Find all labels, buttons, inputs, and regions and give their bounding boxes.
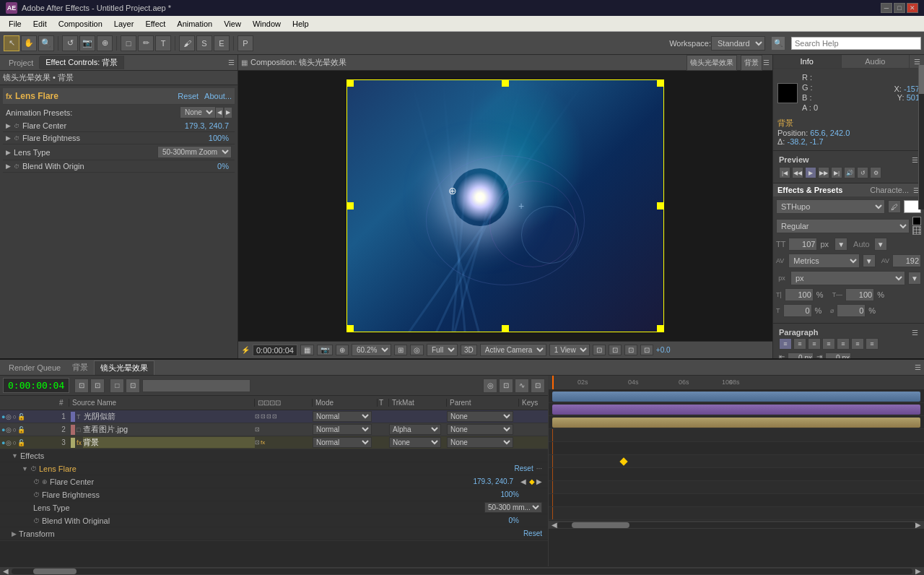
view-select[interactable]: 1 View	[549, 344, 590, 356]
timeline-hscrollbar[interactable]: ◀ ▶	[0, 566, 924, 575]
flare-center-value[interactable]: 179.3, 240.7	[185, 121, 229, 130]
menu-file[interactable]: File	[3, 18, 27, 30]
character-tab[interactable]: Characte...	[870, 186, 909, 194]
rotation-value-input[interactable]	[837, 304, 866, 317]
align-right-btn[interactable]: ≡	[808, 338, 821, 350]
timeline-scrollbar[interactable]: ◀ ▶	[549, 520, 924, 529]
indent-right-input[interactable]	[825, 353, 851, 358]
handle-mid-left[interactable]	[346, 202, 354, 209]
layer-3-trkmat-select[interactable]: None	[389, 437, 441, 448]
size-down-btn[interactable]: ▼	[834, 238, 847, 251]
scroll-track[interactable]	[557, 522, 915, 528]
flare-brightness-stopwatch[interactable]: ⏱	[33, 491, 40, 498]
comp-tab-2[interactable]: 背景	[741, 55, 762, 71]
flare-brightness-stopwatch[interactable]: ⏱	[14, 135, 19, 142]
zoom-select[interactable]: 60.2%	[352, 344, 391, 356]
layer-3-color[interactable]	[71, 438, 75, 448]
baseline-input[interactable]	[783, 304, 812, 317]
handle-mid-right[interactable]	[657, 202, 664, 209]
audio-btn[interactable]: 🔊	[844, 167, 855, 178]
blend-twirl[interactable]: ▶	[6, 163, 11, 170]
tl-motion-blur[interactable]: ◎	[483, 379, 497, 393]
menu-window[interactable]: Window	[247, 18, 287, 30]
layer-3-visible[interactable]: ●	[1, 439, 5, 446]
track-3-bar[interactable]	[552, 418, 920, 428]
layer-1-lock[interactable]: 🔓	[17, 413, 25, 420]
scroll-right-btn[interactable]: ▶	[915, 521, 921, 529]
left-scroll-thumb[interactable]	[919, 65, 924, 94]
layer-2-parent-select[interactable]: None	[447, 424, 513, 435]
layer-2-visible[interactable]: ●	[1, 426, 5, 433]
timeline-time-display[interactable]: 0:00:00:04	[3, 378, 69, 393]
presets-select[interactable]: None	[180, 106, 216, 118]
close-button[interactable]: ✕	[907, 3, 918, 13]
comp-menu-icon[interactable]: ☰	[763, 59, 770, 66]
anim-prev[interactable]: ◀	[216, 108, 223, 118]
menu-layer[interactable]: Layer	[108, 18, 140, 30]
comp-3d-btn[interactable]: 3D	[461, 345, 477, 355]
layer-2-mode-select[interactable]: Normal	[313, 424, 372, 435]
layer-1-audio[interactable]: ◎	[6, 413, 12, 420]
hand-tool[interactable]: ✋	[21, 35, 37, 51]
flare-center-stopwatch[interactable]: ⏱	[14, 123, 19, 129]
align-center-btn[interactable]: ≡	[793, 338, 806, 350]
transform-twirl[interactable]: ▶	[12, 530, 17, 537]
comp-flow-btn[interactable]: ⊡	[624, 345, 637, 355]
quality-select[interactable]: Full	[427, 344, 458, 356]
menu-edit[interactable]: Edit	[27, 18, 53, 30]
preview-settings-btn[interactable]: ⚙	[870, 167, 881, 178]
minimize-button[interactable]: ─	[881, 3, 892, 13]
timeline-menu[interactable]: ☰	[915, 363, 921, 371]
camera-select[interactable]: Active Camera	[480, 344, 546, 356]
tl-graph-editor[interactable]: ∿	[515, 379, 529, 393]
layer-1-sw3[interactable]: ⊡	[266, 413, 271, 420]
track-1-bar[interactable]	[552, 392, 920, 402]
scroll-thumb[interactable]	[572, 522, 629, 528]
composition-canvas[interactable]: ⊕ +	[238, 71, 772, 341]
goto-start-btn[interactable]: |◀	[779, 167, 790, 178]
blend-stopwatch[interactable]: ⏱	[14, 163, 19, 170]
text-tool[interactable]: T	[155, 35, 171, 51]
flare-center-keyframe[interactable]: ◆	[529, 477, 535, 485]
layer-3-fx-switch[interactable]: fx	[261, 439, 265, 446]
kern-select[interactable]: Metrics	[788, 254, 859, 268]
layer-2-lock[interactable]: 🔓	[17, 426, 25, 433]
font-select[interactable]: STHupo	[776, 199, 885, 214]
panel-menu-icon[interactable]: ☰	[228, 59, 235, 66]
menu-help[interactable]: Help	[287, 18, 315, 30]
unit-select[interactable]: px	[790, 271, 905, 285]
tl-tool-aa[interactable]: ⊡	[126, 379, 140, 393]
fg-swatch[interactable]	[912, 217, 921, 225]
handle-bottom-mid[interactable]	[502, 325, 509, 332]
layer-3-mode-select[interactable]: Normal	[313, 437, 372, 448]
tracking-input[interactable]	[892, 254, 921, 267]
tab-info[interactable]: Info	[773, 55, 842, 69]
paragraph-menu[interactable]: ☰	[912, 329, 918, 337]
blend-value[interactable]: 0%	[217, 162, 229, 170]
font-size-input[interactable]	[788, 238, 817, 251]
tl-tool-shy[interactable]: ⊡	[90, 379, 105, 393]
layer-3-parent-select[interactable]: None	[447, 437, 513, 448]
flare-center-nav-right[interactable]: ▶	[536, 477, 542, 485]
handle-top-left[interactable]	[346, 79, 354, 87]
layer-3-solo[interactable]: ○	[12, 439, 16, 446]
tl-hscroll-right[interactable]: ▶	[915, 567, 921, 575]
flare-center-nav-left[interactable]: ◀	[520, 477, 526, 485]
tl-flow-chart[interactable]: ⊡	[531, 379, 545, 393]
flare-center-prop-stopwatch[interactable]: ⏱	[33, 478, 40, 485]
prev-frame-btn[interactable]: ◀◀	[792, 167, 803, 178]
lens-flare-twirl[interactable]: ▼	[22, 465, 28, 472]
search-input[interactable]	[791, 37, 921, 50]
menu-view[interactable]: View	[218, 18, 247, 30]
tab-comp-bg[interactable]: 背景	[66, 360, 94, 374]
layer-search-input[interactable]	[142, 379, 250, 392]
goto-end-btn[interactable]: ▶|	[831, 167, 842, 178]
comp-frame-btn[interactable]: ▦	[300, 345, 314, 355]
layer-1-parent-select[interactable]: None	[447, 411, 513, 422]
transform-reset-btn[interactable]: Reset	[523, 529, 542, 537]
handle-bottom-left[interactable]	[346, 325, 354, 332]
tl-hscroll-thumb[interactable]	[33, 568, 77, 574]
tl-frame-blend[interactable]: ⊡	[499, 379, 513, 393]
pen-tool[interactable]: ✏	[138, 35, 154, 51]
play-btn[interactable]: ▶	[805, 167, 816, 178]
